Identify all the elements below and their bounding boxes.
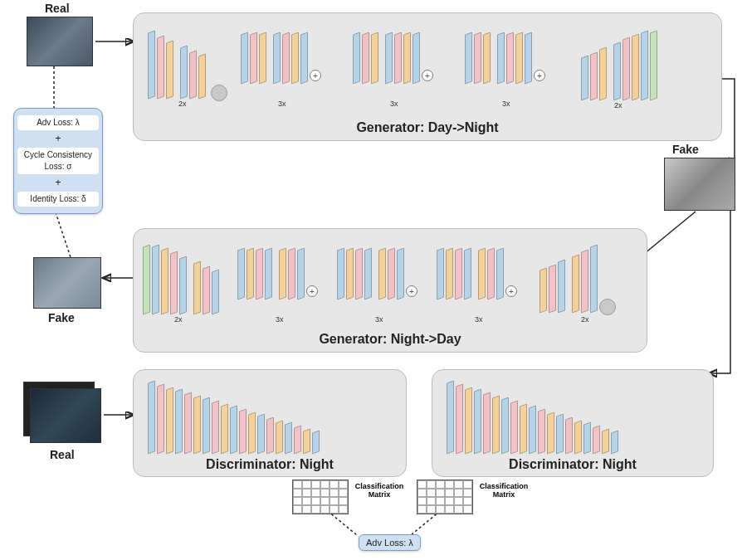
image-real-night (30, 388, 101, 443)
classmat-right (417, 480, 473, 514)
module-disc-right-title: Discriminator: Night (432, 457, 713, 472)
latent-ball-1 (211, 85, 227, 101)
add-circle: + (406, 285, 417, 297)
gen2-enc (540, 246, 619, 312)
add-circle: + (306, 285, 318, 297)
gen2-mult-3: 3x (375, 315, 383, 324)
gen1-res-3: + (465, 33, 545, 83)
gen1-res-1: + (241, 33, 321, 83)
classmat-left-label: Classification Matrix (350, 483, 408, 499)
module-gen-night2day-title: Generator: Night->Day (134, 332, 647, 347)
gen1-mult-1: 2x (178, 100, 187, 108)
gen2-mult-2: 3x (276, 315, 284, 324)
gen2-mult-5: 2x (581, 315, 589, 324)
add-circle: + (422, 70, 433, 81)
loss-identity: Identity Loss: δ (17, 192, 99, 207)
image-fake-night (664, 158, 735, 211)
adv-loss-box: Adv Loss: λ (359, 534, 421, 551)
module-gen-day2night-title: Generator: Day->Night (134, 120, 721, 135)
gen2-res-2: + (337, 249, 417, 299)
disc-left-layers (148, 382, 320, 453)
gen1-enc (148, 32, 227, 98)
gen1-mult-2: 3x (278, 100, 286, 108)
gen2-dec (143, 246, 219, 314)
label-real-night: Real (50, 448, 75, 461)
classmat-left (292, 480, 349, 514)
disc-right-layers (447, 382, 618, 453)
plus-1: + (17, 132, 99, 146)
add-circle: + (505, 285, 517, 297)
gen1-mult-4: 3x (502, 100, 510, 108)
classmat-right-label: Classification Matrix (475, 483, 533, 499)
loss-adv: Adv Loss: λ (17, 115, 99, 130)
image-fake-day (33, 257, 101, 309)
gen1-mult-3: 3x (390, 100, 398, 108)
gen2-res-1: + (237, 249, 318, 299)
gen1-res-2: + (353, 33, 433, 83)
gen2-mult-1: 2x (174, 315, 183, 324)
gen2-res-3: + (437, 249, 517, 299)
module-disc-left-title: Discriminator: Night (134, 457, 406, 472)
loss-cycle: Cycle Consistency Loss: σ (17, 148, 99, 174)
gen2-mult-4: 3x (475, 315, 483, 324)
svg-line-5 (54, 207, 71, 257)
loss-combined-box: Adv Loss: λ + Cycle Consistency Loss: σ … (13, 108, 103, 214)
label-fake-day: Fake (48, 311, 75, 324)
add-circle: + (310, 70, 321, 81)
label-fake-night: Fake (672, 143, 699, 156)
label-real-day: Real (45, 2, 70, 15)
latent-ball-2 (599, 299, 616, 315)
gen1-mult-5: 2x (614, 101, 622, 110)
image-real-day (27, 17, 93, 66)
plus-2: + (17, 176, 99, 190)
add-circle: + (534, 70, 545, 81)
gen1-dec (581, 32, 657, 100)
